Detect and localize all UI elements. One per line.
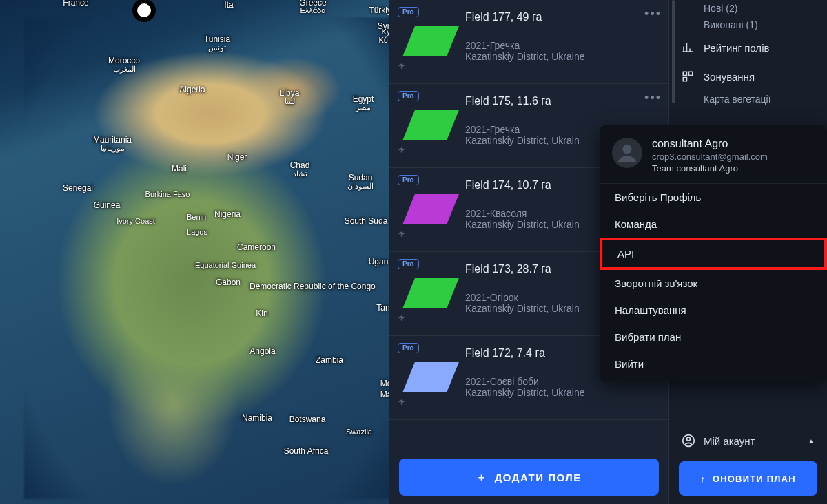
field-thumb: Pro ⌖ (394, 343, 462, 412)
map-label: Algeria (179, 85, 205, 94)
map-label: Sudan (349, 174, 373, 182)
map-label: Burkina Faso (145, 191, 190, 199)
map-label: South Africa (284, 447, 329, 456)
map-label: Mali (172, 165, 187, 174)
svg-rect-0 (683, 72, 686, 75)
map-label: تشاد (293, 170, 307, 178)
map-label: موريتانيا (101, 145, 125, 153)
crosshair-icon[interactable]: ⌖ (398, 396, 405, 408)
map-label: Benin (187, 213, 206, 222)
map-label: Κύπ (379, 36, 389, 45)
popover-item-api[interactable]: API (600, 238, 827, 270)
map-label: Swazila (346, 428, 372, 437)
caret-up-icon: ▲ (808, 437, 815, 445)
map-label: ليبيا (285, 98, 295, 106)
svg-rect-2 (683, 78, 686, 81)
field-thumb: Pro ⌖ (394, 259, 462, 328)
map-label: Senegal (63, 184, 93, 193)
nav-item-rating[interactable]: Рейтинг полів (669, 33, 827, 62)
svg-rect-1 (689, 72, 693, 75)
crosshair-icon[interactable]: ⌖ (398, 228, 405, 240)
arrow-up-icon: ↑ (700, 474, 706, 484)
field-swatch (402, 278, 459, 308)
user-circle-icon (682, 434, 695, 448)
popover-item-logout[interactable]: Вийти (600, 350, 827, 377)
more-icon[interactable]: ••• (644, 7, 662, 21)
bar-chart-icon (682, 41, 694, 54)
field-location: Kazatinskiy District, Ukraine (465, 387, 662, 398)
nav-item-label: Зонування (704, 71, 755, 83)
map-label: Niger (227, 153, 247, 162)
map-label: Tan (376, 304, 389, 313)
map-label: South Suda (345, 217, 388, 226)
pro-badge: Pro (398, 343, 419, 353)
crosshair-icon[interactable]: ⌖ (398, 60, 405, 72)
map-label: مصر (356, 104, 371, 112)
update-plan-button[interactable]: ↑ ОНОВИТИ ПЛАН (679, 461, 817, 496)
field-swatch (402, 194, 459, 224)
nav-sub-new[interactable]: Нові (2) (669, 0, 827, 17)
map-label: المغرب (113, 65, 136, 74)
map-label: Lagos (187, 229, 207, 237)
map-label: Nigeria (214, 210, 241, 219)
popover-item-select-profile[interactable]: Виберіть Профіль (600, 184, 827, 211)
map-label: Kin (256, 309, 267, 318)
map-label: Ita (224, 1, 233, 10)
map-label: Cameroon (237, 243, 276, 252)
pro-badge: Pro (398, 91, 419, 101)
pro-badge: Pro (398, 175, 419, 185)
nav-sub-zoning[interactable]: Карта вегетації (669, 91, 827, 107)
field-location: Kazatinskiy District, Ukraine (465, 51, 662, 62)
popover-item-settings[interactable]: Налаштування (600, 297, 827, 324)
map-label: Libya (280, 89, 300, 98)
map-label: Mo (380, 379, 389, 388)
field-thumb: Pro ⌖ (394, 91, 462, 160)
map-area[interactable]: France Greece Ελλάδα Ita Türkiye Syri Tu… (0, 0, 389, 504)
svg-point-5 (622, 145, 631, 154)
field-swatch (402, 26, 459, 56)
nav-item-label: Рейтинг полів (704, 42, 769, 54)
map-label: France (63, 0, 88, 7)
map-continent (24, 17, 389, 499)
map-label: Botswana (289, 415, 326, 424)
map-label: السودان (347, 182, 374, 191)
svg-point-4 (687, 437, 691, 441)
field-thumb: Pro ⌖ (394, 7, 462, 76)
popover-header: consultant Agro crop3.consultant@gmail.c… (600, 125, 827, 184)
map-label: Ελλάδα (300, 7, 325, 15)
map-label: Morocco (108, 56, 140, 65)
crosshair-icon[interactable]: ⌖ (398, 312, 405, 324)
map-label: Ugan (369, 258, 389, 266)
add-field-button[interactable]: ＋ ДОДАТИ ПОЛЕ (399, 459, 659, 496)
map-label: تونس (208, 44, 226, 52)
map-label: Angola (249, 347, 275, 356)
map-label: Egypt (353, 95, 374, 104)
popover-team: Team consultant Agro (652, 163, 768, 174)
popover-name: consultant Agro (652, 138, 768, 150)
nav-item-zoning[interactable]: Зонування (669, 62, 827, 91)
more-icon[interactable]: ••• (644, 91, 662, 105)
popover-item-feedback[interactable]: Зворотній зв'язок (600, 270, 827, 297)
map-label: Equatorial Guinea (195, 262, 256, 270)
account-row[interactable]: Мій акаунт ▲ (669, 426, 827, 456)
popover-item-team[interactable]: Команда (600, 211, 827, 238)
popover-item-choose-plan[interactable]: Вибрати план (600, 324, 827, 350)
crosshair-icon[interactable]: ⌖ (398, 144, 405, 156)
field-title: Field 175, 11.6 га (465, 95, 662, 107)
field-card[interactable]: Pro ⌖ Field 177, 49 га 2021-Гречка Kazat… (389, 0, 668, 84)
field-swatch (402, 362, 459, 392)
nav-sub-done[interactable]: Виконані (1) (669, 17, 827, 33)
popover-email: crop3.consultant@gmail.com (652, 151, 768, 162)
scrollbar[interactable] (672, 0, 675, 103)
map-label: Guinea (94, 201, 121, 210)
add-field-label: ДОДАТИ ПОЛЕ (495, 472, 582, 483)
map-label: Zambia (316, 356, 343, 365)
map-label: Namibia (242, 414, 272, 423)
field-title: Field 177, 49 га (465, 11, 662, 23)
grid-icon (682, 70, 694, 83)
map-label: Ivory Coast (116, 218, 155, 226)
profile-popover: consultant Agro crop3.consultant@gmail.c… (600, 125, 827, 381)
map-label: Gabon (216, 278, 241, 287)
field-swatch (402, 110, 459, 140)
map-label: Türkiye (369, 6, 389, 15)
